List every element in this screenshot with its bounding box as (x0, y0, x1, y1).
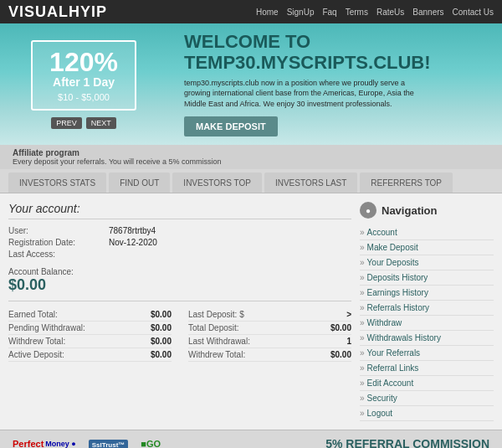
ssltrust-logo: SslTrust™ (89, 440, 129, 449)
tab-item-0[interactable]: INVESTORS STATS (8, 173, 106, 193)
stats-left: Earned Total:$0.00Pending Withdrawal:$0.… (8, 308, 172, 362)
nav-menu-item[interactable]: Make Deposit (360, 240, 494, 255)
stat-value: > (346, 310, 351, 319)
header-nav-item[interactable]: Home (256, 8, 279, 17)
prev-button[interactable]: PREV (51, 117, 82, 129)
stat-label: Last Deposit: $ (188, 310, 244, 319)
next-button[interactable]: NEXT (86, 117, 116, 129)
balance-label: Account Balance: (8, 267, 351, 276)
hero-offer-box: 120% After 1 Day $10 - $5,000 (31, 40, 136, 111)
stat-label: Withdrew Total: (8, 337, 65, 346)
stat-label: Earned Total: (8, 310, 58, 319)
stat-value: 1 (346, 337, 351, 346)
user-value: 78678rtrtby4 (109, 226, 156, 235)
reg-date-value: Nov-12-2020 (109, 238, 157, 247)
stat-label: Pending Withdrawal: (8, 323, 85, 332)
make-deposit-button[interactable]: MAKE DEPOSIT (184, 116, 278, 136)
nav-menu-item[interactable]: Your Deposits (360, 255, 494, 270)
nav-menu-item[interactable]: Logout (360, 406, 494, 421)
stats-right: Last Deposit: $>Total Deposit:$0.00Last … (188, 308, 351, 362)
stat-value: $0.00 (330, 323, 351, 332)
stat-value: $0.00 (151, 350, 172, 359)
nav-menu-item[interactable]: Your Referrals (360, 346, 494, 361)
ssl-badge: SslTrust™ (89, 440, 129, 449)
content-left: Your account: User: 78678rtrtby4 Registr… (8, 202, 351, 421)
header-nav-item[interactable]: Banners (412, 8, 443, 17)
stat-value: $0.00 (330, 350, 351, 359)
hero-navigation: PREV NEXT (51, 117, 116, 129)
balance-value: $0.00 (8, 276, 351, 294)
last-access-label: Last Access: (8, 250, 109, 259)
reg-date-row: Registration Date: Nov-12-2020 (8, 238, 351, 247)
affiliate-bar: Affiliate program Every deposit your ref… (0, 145, 502, 169)
nav-menu-item[interactable]: Edit Account (360, 376, 494, 391)
referral-text: 5% REFERRAL COMMISSION (173, 437, 489, 448)
balance-section: Account Balance: $0.00 (8, 267, 351, 294)
tabs-bar: INVESTORS STATSFIND OUTINVESTORS TOPINVE… (0, 169, 502, 193)
sidebar-header: ● Navigation (360, 202, 494, 219)
hero-right: WELCOME TO TEMP30.MYSCRIPTS.CLUB! temp30… (167, 23, 502, 145)
stat-label: Active Deposit: (8, 350, 64, 359)
sidebar: ● Navigation AccountMake DepositYour Dep… (360, 202, 494, 421)
tab-item-4[interactable]: REFERRERS TOP (360, 173, 453, 193)
stat-label: Last Withdrawal: (188, 337, 250, 346)
account-title: Your account: (8, 202, 351, 219)
stat-label: Total Deposit: (188, 323, 239, 332)
nav-menu-item[interactable]: Earnings History (360, 286, 494, 301)
stat-value: $0.00 (151, 323, 172, 332)
stats-grid: Earned Total:$0.00Pending Withdrawal:$0.… (8, 301, 351, 362)
navigation-title: Navigation (382, 204, 437, 217)
header-nav: HomeSignUpFaqTermsRateUsBannersContact U… (256, 8, 494, 17)
nav-menu-item[interactable]: Withdrawals History (360, 331, 494, 346)
stat-row: Total Deposit:$0.00 (188, 322, 351, 335)
nav-icon: ● (360, 202, 376, 219)
header-nav-item[interactable]: Faq (322, 8, 336, 17)
header-nav-item[interactable]: SignUp (287, 8, 315, 17)
nav-menu-item[interactable]: Account (360, 225, 494, 240)
stat-row: Pending Withdrawal:$0.00 (8, 322, 172, 335)
nav-menu-item[interactable]: Security (360, 391, 494, 406)
header: VISUALHYIP HomeSignUpFaqTermsRateUsBanne… (0, 0, 502, 23)
hero-left: 120% After 1 Day $10 - $5,000 PREV NEXT (0, 23, 167, 145)
payment-bar: Perfect Money ● SslTrust™ ■GO 5% REFERRA… (0, 430, 502, 448)
stat-row: Last Deposit: $> (188, 308, 351, 322)
hero-percent: 120% (49, 49, 118, 75)
header-nav-item[interactable]: RateUs (376, 8, 404, 17)
stat-row: Earned Total:$0.00 (8, 308, 172, 322)
reg-date-label: Registration Date: (8, 238, 109, 247)
nav-menu-item[interactable]: Referral Links (360, 361, 494, 376)
stat-value: $0.00 (151, 310, 172, 319)
header-nav-item[interactable]: Terms (346, 8, 368, 17)
tab-item-1[interactable]: FIND OUT (109, 173, 170, 193)
tab-item-3[interactable]: INVESTORS LAST (264, 173, 357, 193)
site-logo: VISUALHYIP (8, 3, 107, 21)
last-access-row: Last Access: (8, 250, 351, 259)
hero-range: $10 - $5,000 (49, 92, 118, 102)
tab-item-2[interactable]: INVESTORS TOP (172, 173, 262, 193)
stat-value: $0.00 (151, 337, 172, 346)
hero-after-label: After 1 Day (49, 75, 118, 89)
affiliate-text: Every deposit your referrals. You will r… (13, 157, 222, 166)
user-row: User: 78678rtrtby4 (8, 226, 351, 235)
nav-menu: AccountMake DepositYour DepositsDeposits… (360, 225, 494, 421)
stat-row: Active Deposit:$0.00 (8, 348, 172, 362)
user-label: User: (8, 226, 109, 235)
perfect-money-logo: Perfect Money ● (13, 439, 76, 448)
stat-label: Withdrew Total: (188, 350, 245, 359)
ego-logo: ■GO (141, 439, 161, 448)
hero-section: 120% After 1 Day $10 - $5,000 PREV NEXT … (0, 23, 502, 145)
nav-menu-item[interactable]: Deposits History (360, 270, 494, 286)
nav-menu-item[interactable]: Referrals History (360, 301, 494, 316)
affiliate-title: Affiliate program (13, 148, 79, 157)
header-nav-item[interactable]: Contact Us (453, 8, 494, 17)
nav-menu-item[interactable]: Withdraw (360, 316, 494, 331)
main-content: Your account: User: 78678rtrtby4 Registr… (0, 193, 502, 430)
welcome-text: temp30.myscripts.club now in a position … (184, 78, 418, 110)
stat-row: Withdrew Total:$0.00 (8, 335, 172, 348)
welcome-title: WELCOME TO TEMP30.MYSCRIPTS.CLUB! (184, 32, 485, 72)
stat-row: Withdrew Total:$0.00 (188, 348, 351, 362)
stat-row: Last Withdrawal:1 (188, 335, 351, 348)
